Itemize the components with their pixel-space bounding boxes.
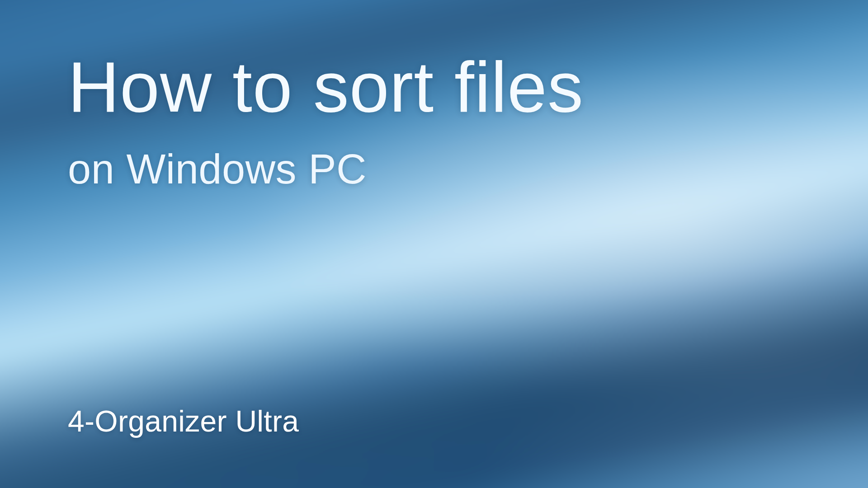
layout-spacer bbox=[68, 193, 800, 404]
slide-content: How to sort files on Windows PC 4-Organi… bbox=[0, 0, 868, 488]
slide-title: How to sort files bbox=[68, 50, 800, 125]
product-name: 4-Organizer Ultra bbox=[68, 404, 800, 438]
slide-subtitle: on Windows PC bbox=[68, 145, 800, 193]
